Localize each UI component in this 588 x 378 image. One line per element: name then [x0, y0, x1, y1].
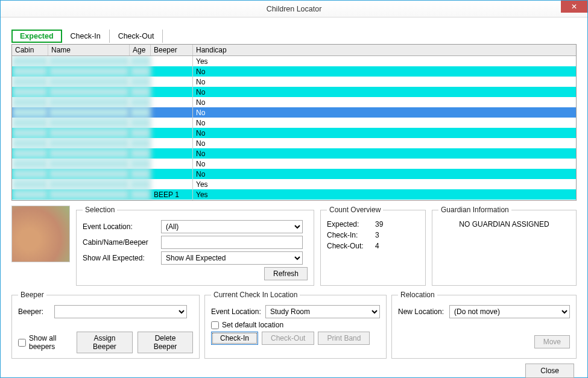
tab-bar: Expected Check-In Check-Out — [11, 30, 577, 43]
current-checkin-group: Current Check In Location Event Location… — [204, 291, 387, 359]
count-overview-group: Count Overview Expected:39 Check-In:3 Ch… — [320, 206, 426, 286]
beeper-legend: Beeper — [18, 291, 46, 299]
children-grid[interactable]: Cabin Name Age Beeper Handicap YesNoNoNo… — [11, 44, 577, 201]
selection-legend: Selection — [83, 206, 117, 214]
table-row[interactable]: No — [12, 97, 576, 107]
col-beeper[interactable]: Beeper — [151, 45, 193, 55]
beeper-group: Beeper Beeper: Show all beepers Assign B… — [11, 291, 200, 359]
checkout-value: 4 — [375, 242, 379, 250]
table-row[interactable]: Yes — [12, 56, 576, 66]
check-in-button[interactable]: Check-In — [211, 332, 258, 345]
show-all-beepers-checkbox[interactable]: Show all beepers — [18, 334, 72, 351]
table-row[interactable]: No — [12, 148, 576, 159]
assign-beeper-button[interactable]: Assign Beeper — [77, 332, 133, 353]
event-location-select[interactable]: (All) — [161, 220, 303, 233]
table-row[interactable]: No — [12, 77, 576, 87]
checkout-label: Check-Out: — [327, 242, 375, 250]
col-handicap[interactable]: Handicap — [193, 45, 576, 55]
show-all-expected-label: Show All Expected: — [83, 254, 161, 262]
cur-event-select[interactable]: Study Room — [265, 305, 380, 318]
delete-beeper-button[interactable]: Delete Beeper — [138, 332, 193, 353]
tab-expected[interactable]: Expected — [11, 30, 62, 43]
checkin-label: Check-In: — [327, 231, 375, 239]
count-legend: Count Overview — [327, 206, 383, 214]
table-row[interactable]: No — [12, 200, 576, 200]
grid-body[interactable]: YesNoNoNoNoNoNoNoNoNoNoNoYesBEEP 1YesNo — [12, 56, 576, 200]
current-legend: Current Check In Location — [211, 291, 300, 299]
print-band-button[interactable]: Print Band — [318, 332, 370, 345]
beeper-label: Beeper: — [18, 307, 54, 316]
titlebar: Children Locator ✕ — [1, 1, 587, 17]
table-row[interactable]: No — [12, 169, 576, 179]
table-row[interactable]: No — [12, 118, 576, 128]
col-age[interactable]: Age — [130, 45, 151, 55]
table-row[interactable]: No — [12, 87, 576, 97]
move-button[interactable]: Move — [534, 335, 570, 348]
refresh-button[interactable]: Refresh — [264, 267, 308, 280]
child-photo-thumb — [11, 206, 70, 262]
checkin-value: 3 — [375, 231, 379, 239]
table-row[interactable]: No — [12, 107, 576, 118]
col-cabin[interactable]: Cabin — [12, 45, 48, 55]
new-location-select[interactable]: (Do not move) — [449, 305, 570, 318]
guardian-group: Guardian Information NO GUARDIAN ASSIGNE… — [432, 206, 577, 286]
window-frame: Children Locator ✕ Expected Check-In Che… — [0, 0, 588, 378]
relocation-group: Relocation New Location: (Do not move) M… — [391, 291, 577, 359]
guardian-legend: Guardian Information — [438, 206, 511, 214]
table-row[interactable]: No — [12, 66, 576, 77]
expected-value: 39 — [375, 220, 383, 228]
relocation-legend: Relocation — [398, 291, 437, 299]
tab-check-out[interactable]: Check-Out — [110, 30, 163, 43]
table-row[interactable]: No — [12, 128, 576, 138]
window-title: Children Locator — [267, 5, 322, 13]
grid-header: Cabin Name Age Beeper Handicap — [12, 45, 576, 56]
guardian-text: NO GUARDIAN ASSIGNED — [438, 220, 570, 228]
cabin-name-beeper-input[interactable] — [161, 236, 303, 249]
expected-label: Expected: — [327, 220, 375, 228]
tab-check-in[interactable]: Check-In — [62, 30, 110, 43]
show-all-expected-select[interactable]: Show All Expected — [161, 251, 303, 265]
cur-event-label: Event Location: — [211, 307, 265, 316]
set-default-location-checkbox[interactable]: Set default location — [211, 321, 380, 329]
table-row[interactable]: No — [12, 159, 576, 169]
selection-group: Selection Event Location: (All) Cabin/Na… — [76, 206, 314, 286]
col-name[interactable]: Name — [48, 45, 130, 55]
table-row[interactable]: BEEP 1Yes — [12, 189, 576, 200]
close-icon: ✕ — [571, 2, 577, 11]
event-location-label: Event Location: — [83, 222, 161, 231]
table-row[interactable]: No — [12, 138, 576, 148]
table-row[interactable]: Yes — [12, 179, 576, 189]
beeper-select[interactable] — [54, 305, 187, 318]
close-window-button[interactable]: ✕ — [561, 1, 587, 13]
cabin-name-beeper-label: Cabin/Name/Beeper — [83, 238, 161, 247]
new-location-label: New Location: — [398, 307, 449, 316]
close-button[interactable]: Close — [525, 364, 574, 378]
check-out-button[interactable]: Check-Out — [262, 332, 314, 345]
